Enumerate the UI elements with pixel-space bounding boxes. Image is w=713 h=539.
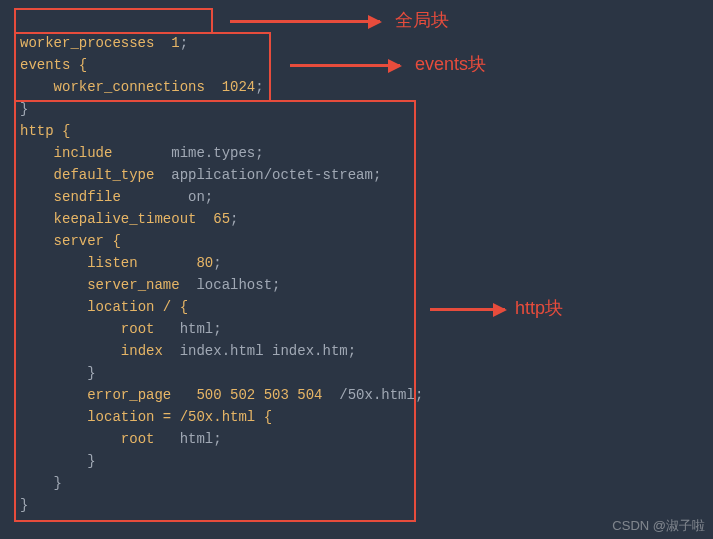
value: index.html index.htm bbox=[180, 343, 348, 359]
value: 1024 bbox=[222, 79, 256, 95]
nginx-config-code: worker_processes 1; events { worker_conn… bbox=[0, 0, 713, 526]
server-open: server { bbox=[54, 233, 121, 249]
annotation-label-http: http块 bbox=[515, 296, 563, 320]
server-close: } bbox=[54, 475, 62, 491]
arrow-global bbox=[230, 20, 380, 23]
location-open: location / { bbox=[87, 299, 188, 315]
directive: listen bbox=[87, 255, 137, 271]
directive: error_page bbox=[87, 387, 171, 403]
error-codes: 500 502 503 504 bbox=[196, 387, 322, 403]
annotation-label-global: 全局块 bbox=[395, 8, 449, 32]
value: mime.types bbox=[171, 145, 255, 161]
http-close: } bbox=[20, 497, 28, 513]
value: 65 bbox=[213, 211, 230, 227]
directive: include bbox=[54, 145, 113, 161]
http-open: http { bbox=[20, 123, 70, 139]
value: on bbox=[188, 189, 205, 205]
events-close: } bbox=[20, 101, 28, 117]
directive: default_type bbox=[54, 167, 155, 183]
directive: root bbox=[121, 321, 155, 337]
directive: worker_connections bbox=[54, 79, 205, 95]
location-open: location = /50x.html { bbox=[87, 409, 272, 425]
directive: server_name bbox=[87, 277, 179, 293]
location-close: } bbox=[87, 365, 95, 381]
arrow-events bbox=[290, 64, 400, 67]
location-close: } bbox=[87, 453, 95, 469]
value: application/octet-stream bbox=[171, 167, 373, 183]
value: localhost bbox=[196, 277, 272, 293]
directive: root bbox=[121, 431, 155, 447]
value: 1 bbox=[171, 35, 179, 51]
arrow-http bbox=[430, 308, 505, 311]
directive: index bbox=[121, 343, 163, 359]
value: /50x.html bbox=[339, 387, 415, 403]
directive: sendfile bbox=[54, 189, 121, 205]
events-open: events { bbox=[20, 57, 87, 73]
value: 80 bbox=[196, 255, 213, 271]
value: html bbox=[180, 321, 214, 337]
value: html bbox=[180, 431, 214, 447]
annotation-label-events: events块 bbox=[415, 52, 486, 76]
directive: keepalive_timeout bbox=[54, 211, 197, 227]
directive: worker_processes bbox=[20, 35, 154, 51]
watermark: CSDN @淑子啦 bbox=[612, 517, 705, 535]
